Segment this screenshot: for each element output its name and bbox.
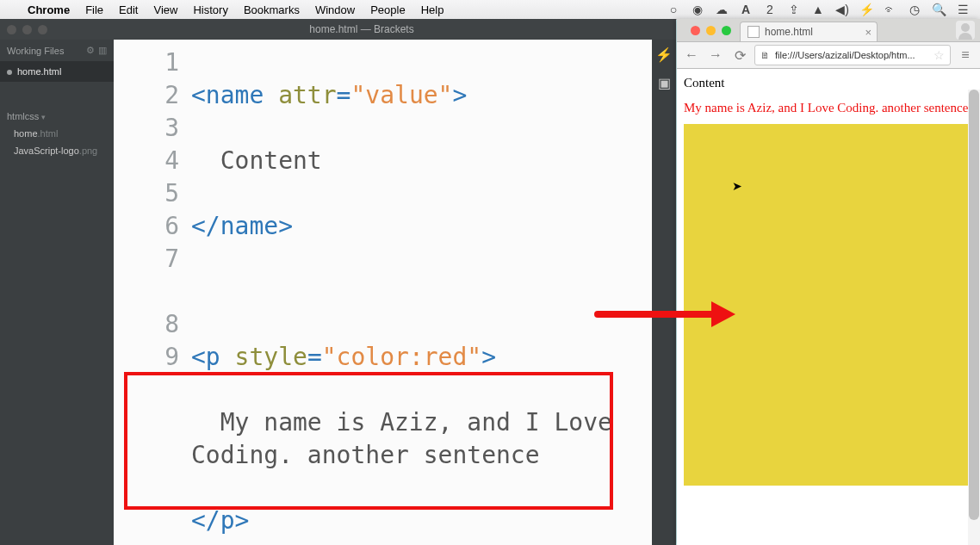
sidebar-file[interactable]: JavaScript-logo.png (0, 142, 114, 159)
page-scrollbar-thumb[interactable] (969, 90, 979, 520)
page-red-paragraph: My name is Aziz, and I Love Coding. anot… (684, 101, 973, 115)
adobe-icon[interactable]: A (739, 3, 753, 16)
page-image-js-logo (684, 124, 970, 486)
window-minimize[interactable] (706, 26, 716, 35)
profile-avatar[interactable] (956, 21, 975, 40)
bookmark-star-icon[interactable]: ☆ (933, 48, 945, 62)
tab-close-icon[interactable]: × (865, 26, 871, 39)
menu-help[interactable]: Help (421, 3, 444, 16)
file-icon: 🗎 (760, 50, 770, 60)
brackets-titlebar: home.html — Brackets (0, 19, 676, 40)
working-files-header[interactable]: Working Files ⚙▥ (0, 40, 114, 61)
split-icon[interactable]: ▥ (98, 45, 107, 56)
tab-favicon (747, 26, 760, 38)
menu-people[interactable]: People (370, 3, 405, 16)
line-gutter: 1 2 3 4 5 6 7 8 9 (114, 40, 191, 545)
window-close[interactable] (7, 25, 16, 34)
browser-viewport[interactable]: Content My name is Aziz, and I Love Codi… (677, 69, 980, 545)
menu-bookmarks[interactable]: Bookmarks (244, 3, 300, 16)
status-icon[interactable]: 2 (763, 3, 777, 16)
brackets-window: home.html — Brackets Working Files ⚙▥ ho… (0, 19, 676, 545)
reload-button[interactable]: ⟳ (730, 46, 749, 65)
extensions-icon[interactable]: ▣ (658, 75, 671, 91)
status-icon[interactable]: ◉ (691, 3, 704, 16)
menu-window[interactable]: Window (315, 3, 355, 16)
address-bar[interactable]: 🗎 file:///Users/azizali/Desktop/htm... ☆ (754, 45, 951, 65)
drive-icon[interactable]: ▲ (811, 3, 825, 16)
menu-history[interactable]: History (193, 3, 227, 16)
dirty-dot-icon (7, 70, 12, 75)
code-content[interactable]: <name attr="value"> Content </name> <p s… (191, 40, 652, 545)
window-minimize[interactable] (22, 25, 32, 34)
window-title: home.html — Brackets (309, 23, 413, 35)
battery-icon[interactable]: ⚡ (859, 3, 873, 16)
tab-title: home.html (765, 26, 813, 38)
status-icon[interactable]: ○ (667, 3, 680, 16)
live-preview-icon[interactable]: ⚡ (655, 46, 673, 63)
forward-button[interactable]: → (706, 46, 725, 65)
project-dropdown[interactable]: htmlcss (0, 104, 114, 125)
dropbox-icon[interactable]: ⇪ (787, 3, 801, 16)
code-editor[interactable]: 1 2 3 4 5 6 7 8 9 <name attr="value"> Co… (114, 40, 652, 545)
gear-icon[interactable]: ⚙ (86, 45, 95, 56)
window-close[interactable] (691, 26, 700, 35)
window-zoom[interactable] (722, 26, 731, 35)
volume-icon[interactable]: ◀) (835, 3, 849, 16)
browser-toolbar: ← → ⟳ 🗎 file:///Users/azizali/Desktop/ht… (677, 41, 980, 69)
menu-icon[interactable]: ☰ (956, 3, 970, 16)
status-icon[interactable]: ☁ (715, 3, 729, 16)
sidebar-file[interactable]: home.html (0, 125, 114, 142)
page-content-text: Content (684, 76, 973, 90)
menu-file[interactable]: File (85, 3, 103, 16)
clock-icon[interactable]: ◷ (908, 3, 921, 16)
menu-edit[interactable]: Edit (119, 3, 138, 16)
back-button[interactable]: ← (682, 46, 701, 65)
wifi-icon[interactable]: ᯤ (884, 3, 897, 16)
chrome-menu-icon[interactable]: ≡ (956, 46, 975, 65)
window-zoom[interactable] (38, 25, 47, 34)
macos-menubar: Chrome File Edit View History Bookmarks … (0, 0, 980, 20)
menu-view[interactable]: View (153, 3, 177, 16)
app-name-menu[interactable]: Chrome (28, 3, 70, 16)
brackets-sidebar: Working Files ⚙▥ home.html htmlcss home.… (0, 40, 114, 545)
spotlight-icon[interactable]: 🔍 (932, 3, 946, 16)
chrome-window: home.html × ← → ⟳ 🗎 file:///Users/azizal… (677, 19, 980, 545)
browser-tab[interactable]: home.html × (740, 22, 878, 41)
working-file-item[interactable]: home.html (0, 61, 114, 82)
brackets-right-toolbar: ⚡ ▣ (652, 40, 676, 545)
